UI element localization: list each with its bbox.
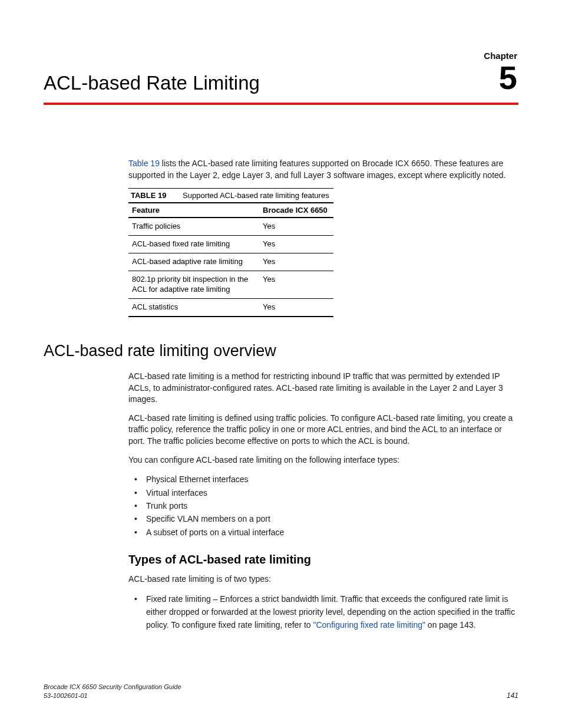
intro-block: Table 19 lists the ACL-based rate limiti… — [128, 158, 518, 317]
table-cell: Traffic policies — [128, 218, 259, 235]
table-cell: ACL statistics — [128, 298, 259, 316]
chapter-number: 5 — [499, 61, 517, 94]
table-row: ACL statistics Yes — [128, 298, 333, 316]
table-cell: Yes — [259, 236, 333, 253]
page: Chapter 5 ACL-based Rate Limiting Table … — [0, 0, 562, 728]
table-cell: Yes — [259, 253, 333, 271]
table-header-row: Feature Brocade ICX 6650 — [128, 203, 333, 218]
table-cell: Yes — [259, 298, 333, 316]
footer-doc-title: Brocade ICX 6650 Security Configuration … — [44, 683, 181, 691]
table-header-cell: Feature — [128, 203, 259, 218]
table-row: Traffic policies Yes — [128, 218, 333, 235]
list-item: Fixed rate limiting – Enforces a strict … — [128, 592, 518, 632]
overview-p3: You can configure ACL-based rate limitin… — [128, 454, 518, 466]
table-row: ACL-based fixed rate limiting Yes — [128, 236, 333, 253]
list-item: Trunk ports — [128, 499, 518, 512]
overview-p2: ACL-based rate limiting is defined using… — [128, 413, 518, 447]
table-cell: Yes — [259, 271, 333, 298]
table-header-cell: Brocade ICX 6650 — [259, 203, 333, 218]
chapter-title: ACL-based Rate Limiting — [44, 72, 260, 94]
table-cell: 802.1p priority bit inspection in the AC… — [128, 271, 259, 298]
footer-doc-number: 53-1002601-01 — [44, 691, 181, 700]
type-fixed-post: on page 143. — [425, 620, 476, 630]
list-item: Physical Ethernet interfaces — [128, 473, 518, 486]
table-caption: TABLE 19 Supported ACL-based rate limiti… — [128, 188, 333, 202]
types-list: Fixed rate limiting – Enforces a strict … — [128, 592, 518, 632]
types-heading: Types of ACL-based rate limiting — [128, 553, 518, 566]
table-cell: Yes — [259, 218, 333, 235]
table-caption-text: Supported ACL-based rate limiting featur… — [183, 191, 329, 200]
footer-left: Brocade ICX 6650 Security Configuration … — [44, 683, 181, 700]
types-intro: ACL-based rate limiting is of two types: — [128, 574, 518, 585]
intro-text: lists the ACL-based rate limiting featur… — [128, 159, 506, 180]
overview-body: ACL-based rate limiting is a method for … — [128, 371, 518, 632]
overview-section: ACL-based rate limiting overview ACL-bas… — [44, 342, 518, 641]
heading-rule — [44, 103, 518, 105]
config-fixed-link[interactable]: "Configuring fixed rate limiting" — [313, 620, 425, 630]
table-ref-link[interactable]: Table 19 — [128, 159, 160, 168]
overview-heading: ACL-based rate limiting overview — [44, 342, 518, 360]
table-row: ACL-based adaptive rate limiting Yes — [128, 253, 333, 271]
table-cell: ACL-based adaptive rate limiting — [128, 253, 259, 271]
intro-paragraph: Table 19 lists the ACL-based rate limiti… — [128, 158, 518, 181]
table-caption-label: TABLE 19 — [131, 191, 166, 200]
list-item: Specific VLAN members on a port — [128, 512, 518, 525]
feature-table-body: Feature Brocade ICX 6650 Traffic policie… — [128, 202, 333, 317]
overview-p1: ACL-based rate limiting is a method for … — [128, 371, 518, 406]
interface-type-list: Physical Ethernet interfaces Virtual int… — [128, 473, 518, 539]
list-item: Virtual interfaces — [128, 486, 518, 499]
table-cell: ACL-based fixed rate limiting — [128, 236, 259, 253]
list-item: A subset of ports on a virtual interface — [128, 526, 518, 539]
footer-page-number: 141 — [507, 691, 518, 700]
page-footer: Brocade ICX 6650 Security Configuration … — [44, 683, 518, 700]
feature-table: TABLE 19 Supported ACL-based rate limiti… — [128, 188, 333, 317]
table-row: 802.1p priority bit inspection in the AC… — [128, 271, 333, 298]
